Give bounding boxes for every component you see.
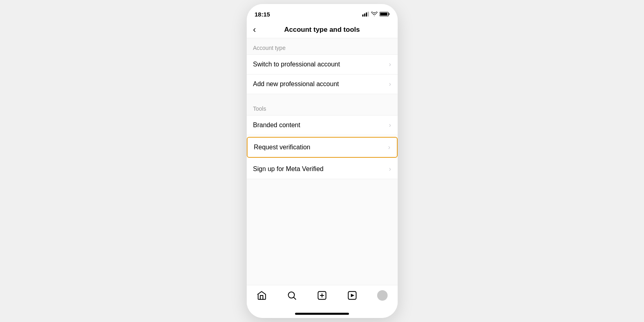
page-title: Account type and tools: [284, 26, 360, 34]
plus-square-icon: [317, 290, 327, 301]
bottom-nav: [247, 285, 398, 310]
meta-verified-item[interactable]: Sign up for Meta Verified ›: [247, 159, 398, 179]
nav-header: ‹ Account type and tools: [247, 22, 398, 38]
signal-icon: [362, 12, 369, 17]
content-area: Account type Switch to professional acco…: [247, 38, 398, 285]
section-label-account-type: Account type: [247, 38, 398, 54]
nav-profile-button[interactable]: [373, 289, 392, 302]
section-spacer: [247, 94, 398, 99]
branded-content-item[interactable]: Branded content ›: [247, 116, 398, 135]
switch-professional-item[interactable]: Switch to professional account ›: [247, 55, 398, 74]
switch-professional-label: Switch to professional account: [253, 61, 340, 68]
status-bar: 18:15: [247, 4, 398, 22]
chevron-icon: ›: [389, 61, 391, 68]
home-icon: [256, 290, 267, 301]
chevron-icon: ›: [389, 122, 391, 129]
nav-add-button[interactable]: [313, 289, 331, 302]
svg-marker-13: [351, 294, 355, 297]
request-verification-item[interactable]: Request verification ›: [247, 137, 398, 158]
avatar: [377, 290, 388, 301]
chevron-icon: ›: [389, 165, 391, 173]
svg-rect-6: [380, 13, 387, 16]
svg-rect-1: [364, 14, 365, 17]
add-professional-label: Add new professional account: [253, 80, 339, 88]
status-icons: [362, 12, 390, 17]
back-button[interactable]: ‹: [253, 25, 256, 35]
phone-frame: 18:15 ‹ Ac: [247, 4, 398, 318]
section-label-tools: Tools: [247, 99, 398, 115]
svg-rect-2: [366, 12, 367, 17]
nav-search-button[interactable]: [283, 289, 301, 302]
chevron-icon: ›: [388, 144, 390, 151]
battery-icon: [380, 12, 390, 17]
reels-icon: [347, 290, 357, 301]
wifi-icon: [371, 12, 378, 17]
tools-group: Branded content › Request verification ›…: [247, 115, 398, 179]
svg-rect-5: [388, 13, 389, 15]
account-type-group: Switch to professional account › Add new…: [247, 54, 398, 94]
svg-rect-3: [367, 12, 369, 17]
svg-line-8: [294, 297, 296, 299]
branded-content-label: Branded content: [253, 122, 300, 129]
nav-reels-button[interactable]: [343, 289, 361, 302]
svg-rect-0: [362, 14, 363, 17]
add-professional-item[interactable]: Add new professional account ›: [247, 74, 398, 94]
search-icon: [287, 290, 297, 301]
request-verification-label: Request verification: [254, 144, 311, 151]
chevron-icon: ›: [389, 80, 391, 88]
nav-home-button[interactable]: [252, 289, 271, 302]
meta-verified-label: Sign up for Meta Verified: [253, 165, 324, 173]
home-indicator: [295, 313, 349, 315]
status-time: 18:15: [255, 11, 270, 18]
